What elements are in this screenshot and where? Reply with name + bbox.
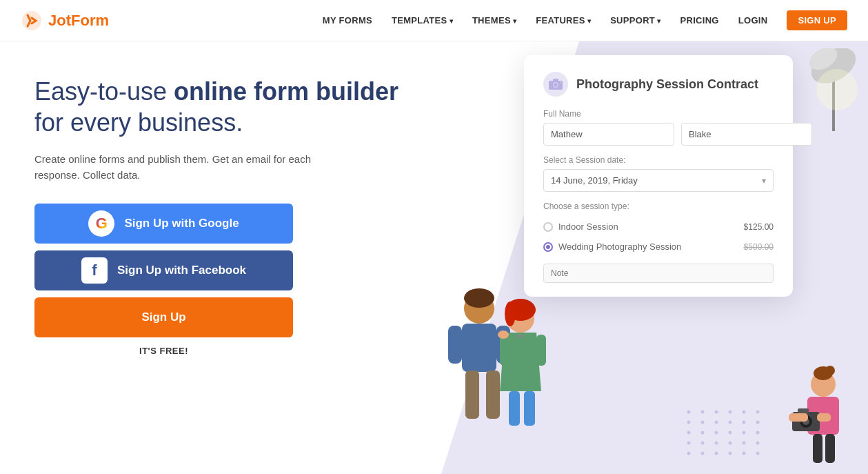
svg-point-45 xyxy=(701,421,705,424)
svg-point-47 xyxy=(729,421,732,424)
svg-point-38 xyxy=(687,411,691,414)
note-input[interactable] xyxy=(543,264,774,283)
svg-point-43 xyxy=(756,411,760,414)
svg-rect-12 xyxy=(462,324,496,372)
signup-button[interactable]: Sign Up xyxy=(34,297,293,337)
first-name-input[interactable] xyxy=(543,123,674,146)
svg-point-19 xyxy=(505,302,516,326)
svg-point-50 xyxy=(687,431,691,435)
photographer-illustration xyxy=(778,364,868,474)
svg-point-20 xyxy=(515,334,526,338)
nav-templates[interactable]: TEMPLATES xyxy=(392,15,453,26)
name-row xyxy=(543,123,774,146)
svg-point-67 xyxy=(756,452,760,455)
svg-point-3 xyxy=(554,83,558,87)
form-card: Photography Session Contract Full Name S… xyxy=(524,55,793,297)
form-card-header: Photography Session Contract xyxy=(543,72,774,97)
radio-wedding[interactable] xyxy=(543,242,553,252)
svg-point-51 xyxy=(701,431,705,435)
full-name-label: Full Name xyxy=(543,109,774,119)
logo-text: JotForm xyxy=(48,12,109,30)
svg-point-65 xyxy=(729,452,732,455)
svg-point-48 xyxy=(743,421,746,424)
svg-point-60 xyxy=(743,442,746,445)
session-type-label: Choose a session type: xyxy=(543,201,774,211)
main-content: Easy-to-use online form builder for ever… xyxy=(0,41,868,474)
hero-text: Easy-to-use online form builder for ever… xyxy=(34,76,407,138)
svg-rect-13 xyxy=(448,326,462,364)
svg-rect-16 xyxy=(486,371,500,419)
free-label: IT'S FREE! xyxy=(34,346,293,356)
svg-point-55 xyxy=(756,431,760,435)
indoor-session-label: Indoor Session xyxy=(558,221,618,232)
hero-heading: Easy-to-use online form builder for ever… xyxy=(34,76,407,138)
svg-point-9 xyxy=(816,69,858,110)
session-date-value: 14 June, 2019, Friday xyxy=(551,175,638,186)
svg-point-66 xyxy=(743,452,746,455)
signup-google-button[interactable]: G Sign Up with Google xyxy=(34,204,293,244)
svg-rect-24 xyxy=(509,391,520,426)
session-option-indoor[interactable]: Indoor Session $125.00 xyxy=(543,217,774,237)
nav-themes[interactable]: THEMES xyxy=(472,15,516,26)
svg-point-59 xyxy=(729,442,732,445)
wedding-session-label: Wedding Photography Session xyxy=(558,241,681,252)
svg-rect-21 xyxy=(500,335,509,366)
right-panel: Photography Session Contract Full Name S… xyxy=(441,41,868,474)
nav-login[interactable]: LOGIN xyxy=(738,15,768,26)
dropdown-arrow-icon: ▾ xyxy=(762,176,766,186)
svg-point-63 xyxy=(701,452,705,455)
header: JotForm MY FORMS TEMPLATES THEMES FEATUR… xyxy=(0,0,868,41)
svg-rect-37 xyxy=(825,434,835,463)
svg-point-49 xyxy=(756,421,760,424)
svg-point-23 xyxy=(498,330,509,339)
radio-indoor[interactable] xyxy=(543,222,553,232)
session-option-wedding[interactable]: Wedding Photography Session $500.00 xyxy=(543,237,774,257)
hero-line1-normal: Easy-to-use xyxy=(34,77,174,106)
google-icon: G xyxy=(88,210,114,237)
facebook-icon: f xyxy=(81,257,108,284)
google-button-label: Sign Up with Google xyxy=(124,217,239,230)
svg-rect-22 xyxy=(536,335,546,366)
svg-point-52 xyxy=(715,431,718,435)
wedding-session-price: $500.00 xyxy=(744,242,774,252)
svg-rect-33 xyxy=(798,408,809,414)
lamp-illustration xyxy=(799,48,868,131)
nav-my-forms[interactable]: MY FORMS xyxy=(323,15,372,26)
hero-line1-bold: online form builder xyxy=(174,77,398,106)
svg-rect-15 xyxy=(465,371,479,419)
svg-rect-25 xyxy=(524,391,535,426)
nav-support[interactable]: SUPPORT xyxy=(610,15,660,26)
last-name-input[interactable] xyxy=(681,123,812,146)
svg-point-44 xyxy=(687,421,691,424)
dots-pattern xyxy=(682,405,765,460)
nav-pricing[interactable]: PRICING xyxy=(680,15,718,26)
facebook-button-label: Sign Up with Facebook xyxy=(117,264,246,277)
svg-point-11 xyxy=(464,288,494,308)
form-card-title: Photography Session Contract xyxy=(576,77,758,92)
svg-point-58 xyxy=(715,442,718,445)
svg-point-39 xyxy=(701,411,705,414)
signup-button-label: Sign Up xyxy=(141,310,185,324)
logo[interactable]: JotForm xyxy=(21,10,109,32)
svg-rect-34 xyxy=(789,413,808,422)
main-nav: MY FORMS TEMPLATES THEMES FEATURES SUPPO… xyxy=(323,10,847,30)
nav-features[interactable]: FEATURES xyxy=(536,15,591,26)
signup-facebook-button[interactable]: f Sign Up with Facebook xyxy=(34,250,293,290)
left-panel: Easy-to-use online form builder for ever… xyxy=(0,41,441,474)
svg-point-62 xyxy=(687,452,691,455)
indoor-session-price: $125.00 xyxy=(744,222,774,232)
svg-point-46 xyxy=(715,421,718,424)
hero-subtitle: Create online forms and publish them. Ge… xyxy=(34,152,352,183)
svg-rect-36 xyxy=(813,434,822,463)
svg-rect-35 xyxy=(817,413,831,422)
camera-icon xyxy=(543,72,568,97)
svg-point-54 xyxy=(743,431,746,435)
session-date-label: Select a Session date: xyxy=(543,155,774,165)
session-date-select[interactable]: 14 June, 2019, Friday ▾ xyxy=(543,169,774,192)
svg-point-57 xyxy=(701,442,705,445)
svg-point-0 xyxy=(22,11,41,30)
svg-point-64 xyxy=(715,452,718,455)
nav-signup[interactable]: SIGN UP xyxy=(787,10,847,30)
hero-line2: for every business. xyxy=(34,108,243,137)
svg-point-53 xyxy=(729,431,732,435)
